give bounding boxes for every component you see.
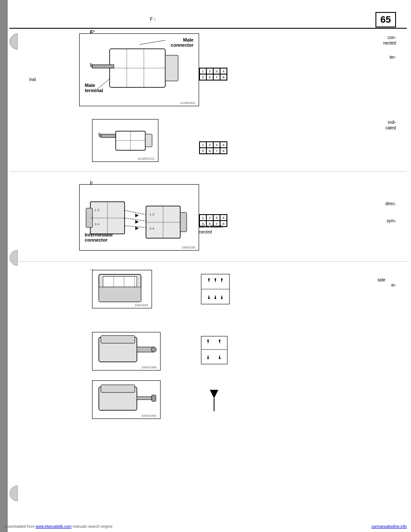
svg-rect-58 <box>101 385 135 392</box>
arrow-grid-svg-2 <box>200 335 228 365</box>
num-grid-1: 1 2 3 4 5 6 7 8 <box>199 68 227 81</box>
footer-right[interactable]: carmanualsoline.info <box>371 524 407 529</box>
svg-marker-61 <box>210 390 218 398</box>
svg-text:1 2: 1 2 <box>149 212 155 216</box>
svg-marker-32 <box>135 227 139 230</box>
svg-marker-40 <box>208 278 210 283</box>
svg-marker-30 <box>135 214 139 217</box>
text-indi: indi- <box>388 120 396 125</box>
svg-rect-60 <box>152 395 156 401</box>
text-direc: direc- <box>385 201 396 206</box>
footer: Downloaded from www.Manualslib.com Downl… <box>0 524 411 529</box>
text-nat: inal <box>29 77 36 82</box>
diagram-id-6: 16A0339c <box>141 414 158 418</box>
connector-svg <box>80 34 200 107</box>
svg-rect-59 <box>137 397 152 400</box>
svg-rect-48 <box>101 335 135 343</box>
arrow-single-svg <box>206 388 223 413</box>
page-number: 65 <box>375 12 396 27</box>
icon-circle-bottom <box>9 484 27 502</box>
text-sym: sym- <box>387 218 396 223</box>
text-side: side <box>378 278 385 282</box>
icon-circle-top <box>9 32 27 50</box>
svg-rect-34 <box>103 276 137 287</box>
svg-marker-52 <box>207 340 209 344</box>
svg-marker-31 <box>135 220 139 224</box>
diagram-id-4: 16A0339 <box>134 303 150 307</box>
svg-text:3 4: 3 4 <box>149 227 155 230</box>
svg-line-8 <box>97 79 110 90</box>
text-ter: ter- <box>390 55 396 60</box>
svg-rect-2 <box>92 65 114 68</box>
text-nected2: nected <box>199 230 212 234</box>
svg-text:3 4: 3 4 <box>95 222 100 226</box>
svg-line-7 <box>140 40 165 45</box>
svg-point-50 <box>151 347 156 352</box>
diagram-id-5: 16A0339b <box>141 365 158 369</box>
arrow-single <box>206 388 223 415</box>
svg-rect-1 <box>165 55 178 81</box>
svg-rect-25 <box>180 212 187 232</box>
harness-diagram-2: 16A0339c <box>92 380 161 419</box>
text-cated: cated <box>386 126 396 130</box>
svg-marker-10 <box>99 133 101 137</box>
text-ei: ei- <box>391 283 396 287</box>
divider-1 <box>9 171 407 172</box>
svg-text:1 2: 1 2 <box>95 208 100 212</box>
svg-marker-45 <box>221 295 223 299</box>
text-bol-shown: bol is shown <box>199 224 223 229</box>
intermediate-svg: 1 2 3 4 1 2 3 4 <box>80 185 200 251</box>
harness-svg-2 <box>92 380 160 419</box>
svg-marker-43 <box>208 295 210 299</box>
svg-rect-38 <box>99 287 141 302</box>
diagram-id-2: A16R0C02 <box>138 157 156 161</box>
harness-svg-1 <box>92 332 160 371</box>
left-strip <box>0 0 8 532</box>
footer-left: Downloaded from www.Manualslib.com Downl… <box>4 524 113 529</box>
svg-marker-55 <box>219 355 220 359</box>
svg-marker-42 <box>221 278 223 283</box>
diagram-id-1: A16R0D0 <box>180 101 197 105</box>
svg-marker-41 <box>214 278 216 283</box>
text-con: con- <box>388 35 396 40</box>
relay-box-diagram: 16A0339 <box>92 270 152 308</box>
svg-marker-54 <box>207 355 209 359</box>
page-container: 65 F : F' Maleconnector Maletermi <box>0 0 411 532</box>
intermediate-connector-diagram: Intermediateconnector 1 2 3 4 1 2 3 4 <box>79 184 199 251</box>
svg-rect-9 <box>101 134 116 137</box>
arrow-grid-1 <box>200 273 230 307</box>
footer-link-left[interactable]: www.Manualslib.com <box>36 524 71 529</box>
svg-marker-3 <box>90 63 92 68</box>
text-nected: nected <box>383 41 396 45</box>
icon-circle-middle <box>9 248 27 266</box>
svg-marker-53 <box>219 340 220 344</box>
diagram-id-3: 16A0336 <box>182 245 197 249</box>
male-connector-diagram: Maleconnector Maleterminal A16R0D0 <box>79 33 199 106</box>
num-grid-2: 1 2 3 4 5 6 7 8 <box>199 141 227 154</box>
svg-rect-12 <box>145 134 152 147</box>
svg-rect-16 <box>86 208 92 227</box>
divider-2 <box>9 261 407 262</box>
harness-diagram-1: 16A0339b <box>92 332 161 371</box>
section-divider <box>9 28 407 29</box>
relay-svg <box>92 270 152 308</box>
section-header: F : <box>150 16 155 21</box>
svg-marker-44 <box>214 295 216 299</box>
arrow-grid-svg-1 <box>200 273 230 305</box>
svg-rect-51 <box>201 336 227 364</box>
arrow-grid-2 <box>200 335 228 367</box>
small-connector-diagram: A16R0C02 <box>92 119 158 162</box>
small-connector-svg <box>92 119 158 162</box>
